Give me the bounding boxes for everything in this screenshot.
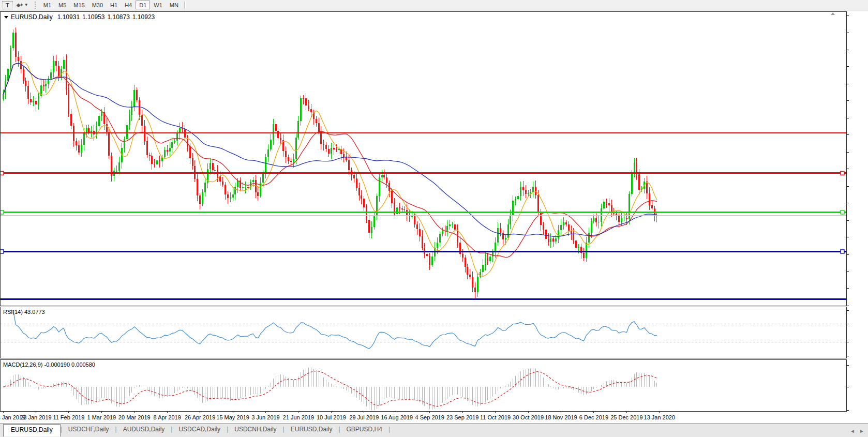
toolbar-separator	[184, 2, 186, 9]
ma-fast	[3, 62, 657, 276]
ohlc-high: 1.10953	[82, 13, 104, 21]
date-tick-label: 3 Jun 2019	[251, 414, 279, 420]
pane-border	[1, 307, 847, 358]
chart-tab-audusd-daily[interactable]: AUDUSD,Daily	[117, 424, 171, 435]
date-tick-label: 16 Aug 2019	[381, 414, 413, 420]
date-tick-label: 4 Sep 2019	[415, 414, 444, 420]
toolbar-grip	[35, 2, 37, 9]
text-tool-button[interactable]: T	[2, 1, 13, 9]
timeframe-button-m1[interactable]: M1	[40, 1, 55, 9]
ma-slow	[3, 63, 657, 236]
timeframe-bar: M1M5M15M30H1H4D1W1MN	[40, 1, 182, 9]
macd-signal-line	[3, 371, 657, 406]
line-handle	[0, 250, 4, 253]
date-tick-label: 23 Jan 2019	[20, 414, 52, 420]
pane-border	[1, 360, 847, 412]
chart-symbol-period: EURUSD,Daily	[11, 13, 53, 21]
ohlc-open: 1.10931	[57, 13, 80, 21]
rsi-line	[6, 310, 657, 349]
date-tick-label: 11 Oct 2019	[480, 414, 511, 420]
diamonds-cursor-icon: ◆✦	[17, 2, 23, 8]
line-handle	[0, 210, 4, 214]
chart-title: EURUSD,Daily 1.10931 1.10953 1.10873 1.1…	[4, 13, 155, 21]
line-handle	[841, 250, 844, 253]
timeframe-button-w1[interactable]: W1	[150, 1, 166, 9]
date-tick-label: 25 Dec 2019	[610, 414, 642, 420]
chart-tab-usdcnh-daily[interactable]: USDCNH,Daily	[228, 424, 282, 435]
date-tick-label: 21 Jun 2019	[283, 414, 315, 420]
date-tick-label: 23 Sep 2019	[446, 414, 478, 420]
ohlc-low: 1.10873	[107, 13, 129, 21]
chart-shift-marker	[831, 12, 835, 15]
price-chart-canvas[interactable]	[0, 0, 868, 423]
tab-separator: |	[388, 426, 390, 433]
date-tick-label: 29 Jul 2019	[349, 414, 379, 420]
timeframe-button-h1[interactable]: H1	[107, 1, 121, 9]
chart-tab-usdchf-daily[interactable]: USDCHF,Daily	[62, 424, 115, 435]
date-tick-label: 10 Jul 2019	[317, 414, 346, 420]
timeframe-button-m5[interactable]: M5	[55, 1, 70, 9]
chart-tabs: EURUSD,Daily|USDCHF,Daily|AUDUSD,Daily|U…	[0, 423, 868, 437]
date-tick-label: 15 May 2019	[216, 414, 249, 420]
text-tool-label: T	[6, 2, 9, 8]
toolbar: T ◆✦ ▼ M1M5M15M30H1H4D1W1MN	[0, 0, 868, 10]
date-tick-label: 30 Oct 2019	[513, 414, 544, 420]
line-handle	[0, 171, 4, 175]
timeframe-button-h4[interactable]: H4	[121, 1, 136, 9]
pane-border	[1, 12, 847, 306]
line-handle	[841, 210, 844, 214]
chart-tab-usdcad-daily[interactable]: USDCAD,Daily	[172, 424, 227, 435]
timeframe-button-d1[interactable]: D1	[136, 1, 150, 9]
ohlc-close: 1.10923	[132, 13, 155, 21]
title-collapse-icon[interactable]	[4, 16, 8, 19]
chart-tab-eurusd-daily[interactable]: EURUSD,Daily	[285, 424, 339, 435]
ma-mid	[3, 63, 657, 257]
chart-tab-gbpusd-h4[interactable]: GBPUSD,H4	[340, 424, 388, 435]
scroll-left-arrow[interactable]: ◄	[850, 428, 855, 434]
chevron-down-icon: ▼	[24, 3, 28, 7]
line-handle	[841, 171, 844, 175]
date-tick-label: 8 Apr 2019	[154, 414, 181, 420]
macd-indicator-label: MACD(12,26,9) -0.000190 0.000580	[3, 361, 95, 368]
date-tick-label: 26 Apr 2019	[185, 414, 215, 420]
date-tick-label: 13 Jan 2020	[644, 414, 676, 420]
date-tick-label: 18 Nov 2019	[545, 414, 577, 420]
objects-button[interactable]: ◆✦ ▼	[13, 1, 32, 9]
timeframe-button-m15[interactable]: M15	[70, 1, 88, 9]
timeframe-button-mn[interactable]: MN	[166, 1, 182, 9]
chart-tab-eurusd-daily[interactable]: EURUSD,Daily	[3, 424, 61, 436]
timeframe-button-m30[interactable]: M30	[88, 1, 107, 9]
date-tick-label: 6 Dec 2019	[579, 414, 608, 420]
mt4-window: T ◆✦ ▼ M1M5M15M30H1H4D1W1MN EURUSD,Daily…	[0, 0, 868, 437]
date-tick-label: 11 Feb 2019	[53, 414, 84, 420]
date-tick-label: 20 Mar 2019	[118, 414, 151, 420]
rsi-indicator-label: RSI(14) 43.0773	[3, 309, 45, 315]
date-tick-label: 1 Mar 2019	[87, 414, 116, 420]
scroll-right-arrow[interactable]: ►	[859, 428, 864, 434]
